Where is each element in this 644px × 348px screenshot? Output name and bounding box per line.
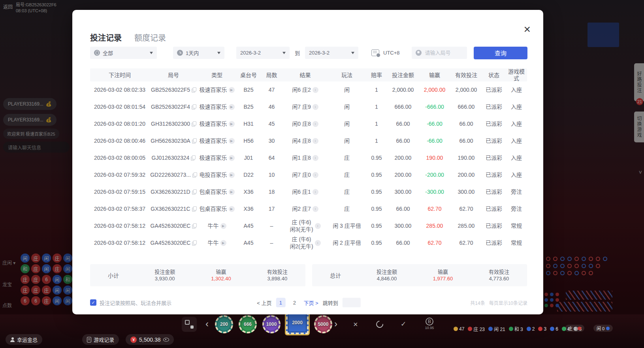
cell-table-no: B25 [236,81,261,98]
tab-quota-records[interactable]: 额度记录 [134,32,166,48]
cell-odds: 1 [366,132,387,149]
cell-game-mode: 常规 [506,235,527,252]
dialog-tabs: 投注记录 额度记录 [90,32,166,48]
page-button-1[interactable]: 1 [276,298,285,307]
copy-icon[interactable] [192,240,196,246]
round-search-input[interactable] [424,49,462,56]
column-header: 赔率 [366,68,387,82]
page-size-label: 每页显示10条记录 [489,299,527,306]
cell-valid-bet: 62.70 [450,235,482,252]
next-page-button[interactable]: 下页 > [303,299,318,306]
table-body: 2026-03-02 08:02:33 GB25263022F5 极速百家乐▶ … [90,81,527,252]
cell-round-count: 45 [261,115,282,132]
confirm-bet-icon[interactable]: ✓ [401,320,406,328]
merge-checkbox[interactable]: ✓ [90,299,96,306]
table-row: 2026-03-02 08:01:20 GH3126302300 极速百家乐▶ … [90,115,527,132]
info-icon[interactable]: i [313,104,318,110]
date-from-select[interactable]: 2026-3-2 [236,47,290,59]
cell-result: 闲2 庄7i [282,200,328,218]
info-icon[interactable]: i [313,206,318,212]
chip-666[interactable]: 666 [239,315,257,333]
info-icon[interactable]: i [313,189,318,195]
info-icon[interactable]: i [315,223,321,229]
chevron-right-icon[interactable]: › [334,319,337,329]
date-to-label: 到 [295,49,300,57]
page-button-2[interactable]: 2 [290,298,299,307]
caret-down-icon [282,52,286,54]
copy-icon[interactable] [192,189,196,195]
table-row: 2026-03-02 08:00:46 GH562630230A 极速百家乐▶ … [90,132,527,149]
play-icon[interactable]: ▶ [229,138,235,144]
cell-win-loss: -66.00 [419,115,450,132]
chip-2000[interactable]: 2000 [286,312,309,334]
column-header: 有效投注 [450,68,482,82]
copy-icon[interactable] [192,206,196,212]
cell-bet-time: 2026-03-02 08:00:46 [90,132,149,149]
prev-page-button[interactable]: < 上页 [257,299,271,306]
copy-icon[interactable] [192,172,197,178]
jump-page-input[interactable] [343,298,361,307]
date-to-select[interactable]: 2026-3-2 [305,47,358,59]
info-icon[interactable]: i [313,87,318,93]
copy-icon[interactable] [192,104,196,110]
play-icon[interactable]: ▶ [229,206,235,212]
copy-icon[interactable] [192,87,196,93]
play-icon[interactable]: ▶ [220,240,226,246]
category-select[interactable]: 全部 [90,47,157,59]
game-history-button[interactable]: 游戏记录 [82,334,119,345]
cell-bet-amount: 666.00 [387,98,419,115]
info-icon[interactable]: i [313,138,318,144]
play-icon[interactable]: ▶ [229,121,235,127]
category-value: 全部 [103,49,113,57]
cell-play-type: 闲 [328,115,366,132]
eye-icon[interactable] [163,338,169,342]
cell-valid-bet: 2,000.00 [450,81,482,98]
cancel-bet-icon[interactable]: × [353,320,358,329]
cell-result: 庄 (牛6)闲3(无牛)i [282,218,328,235]
balance-value: 5,500.38 [139,337,161,343]
play-icon[interactable]: ▶ [229,104,235,110]
play-icon[interactable]: ▶ [229,155,235,161]
time-range-value: 1天内 [186,49,199,57]
info-icon[interactable]: i [315,240,321,246]
copy-icon[interactable] [191,155,195,161]
cell-game-type: 极速百家乐▶ [198,149,236,166]
query-button[interactable]: 查询 [474,47,527,59]
play-icon[interactable]: ▶ [220,223,226,229]
close-icon[interactable]: × [523,24,531,34]
play-icon[interactable]: ▶ [229,87,235,93]
cell-round-id: GX362630221C [149,200,198,218]
cell-result: 闲0 庄8i [282,115,328,132]
copy-icon[interactable] [192,121,196,127]
tab-bet-records[interactable]: 投注记录 [90,32,122,48]
play-icon[interactable]: ▶ [229,189,235,195]
info-icon[interactable]: i [313,172,318,178]
lucky-gold-button[interactable]: 幸运金总 [6,334,42,345]
copy-icon[interactable] [192,138,196,144]
cell-win-loss: 62.70 [419,235,450,252]
chip-5000[interactable]: 5000 [314,315,332,333]
play-icon[interactable]: ▶ [229,172,235,178]
column-header: 桌台号 [236,68,261,82]
lucky-gold-label: 幸运金总 [17,336,38,343]
chip-200[interactable]: 200 [215,315,233,333]
info-icon[interactable]: i [313,155,318,161]
rebet-icon[interactable] [375,319,384,329]
round-search-icon [416,50,422,56]
cell-game-type: 电投百家乐▶ [198,166,236,183]
chevron-left-icon[interactable]: ‹ [205,319,209,329]
info-icon[interactable]: i [313,121,318,127]
column-header: 输赢 [419,68,450,82]
time-range-select[interactable]: 1天内 [173,47,224,59]
amount-value: 3,930.00 [137,275,193,282]
calendar-icon[interactable] [371,49,379,56]
cell-game-mode: 旁注 [506,183,527,200]
stat-item: 2 [527,326,535,332]
copy-icon[interactable] [192,223,196,229]
cell-play-type: 闲 [328,132,366,149]
transfer-icon[interactable] [182,317,197,332]
cell-table-no: J01 [236,149,261,166]
banker-count-pill: 庄 0 [565,325,584,332]
chip-1000[interactable]: 1000 [262,315,281,333]
cell-win-loss: 285.00 [419,218,450,235]
